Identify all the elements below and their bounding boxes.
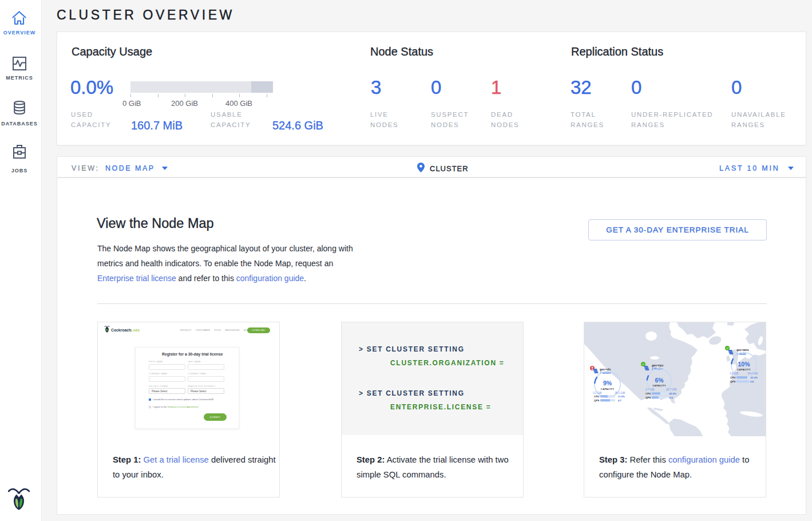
svg-text:CAPACITY: CAPACITY <box>652 384 666 387</box>
svg-text:CPU: CPU <box>594 395 599 398</box>
svg-text:QPS: QPS <box>594 399 599 402</box>
svg-text:9%: 9% <box>603 380 612 386</box>
svg-text:3.6 GiB: 3.6 GiB <box>730 372 738 375</box>
svg-text:QPS: QPS <box>645 396 651 399</box>
svg-text:11.0%: 11.0% <box>618 395 625 398</box>
svg-text:0.4: 0.4 <box>750 380 754 383</box>
svg-text:3.7 GiB: 3.7 GiB <box>645 388 654 391</box>
svg-text:4.7: 4.7 <box>618 399 622 402</box>
svg-text:CPU: CPU <box>730 376 735 379</box>
svg-text:35.1 GiB: 35.1 GiB <box>615 392 625 394</box>
svg-text:CAPACITY: CAPACITY <box>737 368 751 371</box>
svg-text:CAPACITY: CAPACITY <box>601 388 615 390</box>
svg-text:43.7 GiB: 43.7 GiB <box>666 388 676 391</box>
svg-text:3.2 GiB: 3.2 GiB <box>593 392 601 394</box>
svg-text:6%: 6% <box>655 377 664 384</box>
svg-text:10%: 10% <box>738 361 750 368</box>
svg-text:geo=ams: geo=ams <box>736 348 749 352</box>
svg-text:CPU: CPU <box>645 392 651 395</box>
svg-text:0.0: 0.0 <box>670 396 674 399</box>
svg-text:42.5%: 42.5% <box>670 392 677 395</box>
svg-text:53.3%: 53.3% <box>751 376 758 379</box>
svg-text:QPS: QPS <box>730 380 735 383</box>
svg-text:34.4 GiB: 34.4 GiB <box>747 372 758 375</box>
svg-text:geo=nyc: geo=nyc <box>652 364 664 367</box>
